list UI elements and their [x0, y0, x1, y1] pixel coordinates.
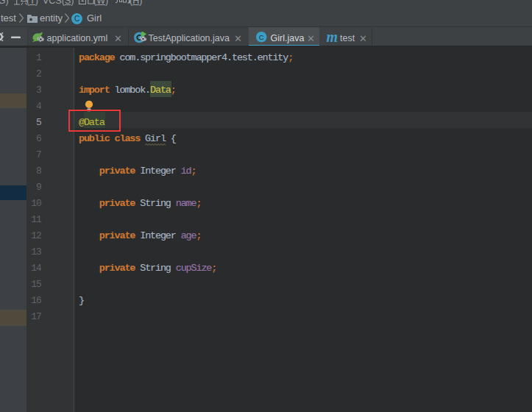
svg-text:C: C: [258, 32, 263, 40]
svg-text:C: C: [74, 15, 79, 23]
